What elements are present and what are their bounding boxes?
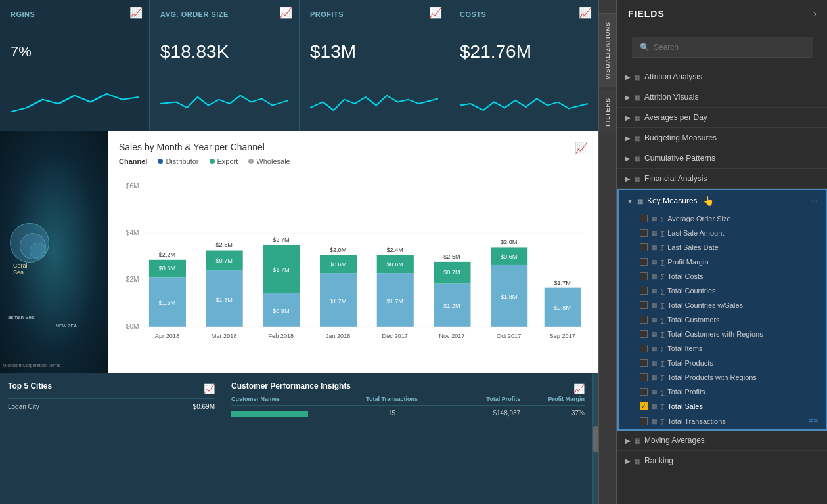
field-item-last-sales-date[interactable]: ▦ ∑ Last Sales Date <box>619 240 826 255</box>
checkbox-total-transactions[interactable] <box>640 417 648 425</box>
table-icon-6: ▦ <box>635 175 640 182</box>
field-item-total-transactions[interactable]: ▦ ∑ Total Transactions ≡≡ <box>619 413 826 429</box>
group-header-averages[interactable]: ▶ ▦ Averages per Day <box>617 108 827 127</box>
group-header-attrition-visuals[interactable]: ▶ ▦ Attrition Visuals <box>617 87 827 107</box>
table-icon-2: ▦ <box>635 94 640 101</box>
svg-text:$2.2M: $2.2M <box>159 251 176 258</box>
checkbox-total-customers-regions[interactable] <box>640 330 648 338</box>
table-icon: ▦ <box>635 74 640 81</box>
expand-arrow: ▶ <box>625 74 631 81</box>
field-item-total-costs[interactable]: ▦ ∑ Total Costs <box>619 269 826 284</box>
search-icon: 🔍 <box>640 43 650 52</box>
group-header-financial[interactable]: ▶ ▦ Financial Analysis <box>617 169 827 188</box>
field-item-total-sales[interactable]: ✓ ▦ ∑ Total Sales <box>619 399 826 413</box>
group-label-averages: Averages per Day <box>644 113 707 122</box>
kpi-value-avg-order: $18.83K <box>160 41 288 62</box>
checkbox-avg-order-size[interactable] <box>640 215 648 222</box>
visualizations-tab[interactable]: VISUALIZATIONS <box>599 13 616 87</box>
kpi-value-profits: $13M <box>310 41 438 62</box>
checkbox-total-products-regions[interactable] <box>640 373 648 381</box>
group-header-attrition-analysis[interactable]: ▶ ▦ Attrition Analysis <box>617 67 827 87</box>
checkbox-total-products[interactable] <box>640 359 648 367</box>
search-input[interactable] <box>654 43 805 52</box>
checkbox-total-profits[interactable] <box>640 388 648 396</box>
field-label-total-customers: Total Customers <box>667 316 719 324</box>
field-item-total-profits[interactable]: ▦ ∑ Total Profits <box>619 385 826 399</box>
svg-text:$2.4M: $2.4M <box>386 247 403 253</box>
table-icon-4: ▦ <box>635 135 640 142</box>
sidebar-collapse-button[interactable]: › <box>813 8 816 20</box>
svg-text:$0.9M: $0.9M <box>273 308 290 314</box>
checkbox-profit-margin[interactable] <box>640 258 648 266</box>
legend-distributor: Distributor <box>158 158 198 165</box>
group-label-financial: Financial Analysis <box>644 174 707 183</box>
customer-perf-icon: 📈 <box>573 383 585 394</box>
map-label-coral: CoralSea <box>13 262 28 276</box>
field-item-total-products-regions[interactable]: ▦ ∑ Total Products with Regions <box>619 370 826 385</box>
field-label-total-customers-regions: Total Customers with Regions <box>667 330 763 338</box>
field-item-total-countries[interactable]: ▦ ∑ Total Countries <box>619 284 826 298</box>
chart-icon-profits: 📈 <box>429 7 442 19</box>
checkbox-total-countries-wsales[interactable] <box>640 301 648 309</box>
checkbox-last-sale-amount[interactable] <box>640 229 648 237</box>
group-label-cumulative: Cumulative Patterns <box>644 154 715 163</box>
field-item-profit-margin[interactable]: ▦ ∑ Profit Margin <box>619 255 826 269</box>
customer-table-header: Customer Names Total Transactions Total … <box>231 396 585 406</box>
chart-expand-icon[interactable]: 📈 <box>575 142 588 154</box>
svg-text:$0.6M: $0.6M <box>330 261 347 268</box>
sparkline-margins <box>11 87 139 120</box>
svg-text:$2.0M: $2.0M <box>330 247 347 253</box>
checkbox-total-customers[interactable] <box>640 316 648 324</box>
field-item-last-sale-amount[interactable]: ▦ ∑ Last Sale Amount <box>619 226 826 240</box>
field-label-total-items: Total Items <box>667 345 702 352</box>
search-box[interactable]: 🔍 <box>632 37 813 58</box>
legend-export: Export <box>210 158 238 165</box>
table-icon-ma: ▦ <box>635 437 640 444</box>
kpi-card-avg-order: AVG. ORDER SIZE $18.83K 📈 <box>150 0 300 131</box>
checkbox-total-sales[interactable]: ✓ <box>640 402 648 410</box>
group-financial: ▶ ▦ Financial Analysis <box>617 169 827 189</box>
group-header-ranking[interactable]: ▶ ▦ Ranking <box>617 451 827 471</box>
field-item-total-customers-regions[interactable]: ▦ ∑ Total Customers with Regions <box>619 327 826 341</box>
legend-wholesale: Wholesale <box>248 158 290 165</box>
chart-title: Sales by Month & Year per Channel <box>119 142 265 152</box>
field-item-avg-order-size[interactable]: ▦ ∑ Average Order Size <box>619 211 826 226</box>
group-header-key-measures[interactable]: ▼ ▦ Key Measures 👆 ··· <box>619 190 826 211</box>
field-item-total-countries-wsales[interactable]: ▦ ∑ Total Countries w/Sales <box>619 298 826 312</box>
checkbox-total-countries[interactable] <box>640 287 648 295</box>
svg-text:Mar 2018: Mar 2018 <box>212 333 237 339</box>
field-item-total-products[interactable]: ▦ ∑ Total Products <box>619 356 826 370</box>
svg-text:$4M: $4M <box>126 229 139 236</box>
svg-text:$0.8M: $0.8M <box>554 304 571 311</box>
group-header-cumulative[interactable]: ▶ ▦ Cumulative Patterns <box>617 148 827 168</box>
key-measures-options[interactable]: ··· <box>811 196 818 205</box>
svg-text:$1.6M: $1.6M <box>159 299 176 306</box>
checkbox-total-items[interactable] <box>640 345 648 352</box>
checkbox-last-sales-date[interactable] <box>640 243 648 251</box>
svg-text:Apr 2018: Apr 2018 <box>155 333 179 339</box>
chart-legend: Channel Distributor Export Wholesale <box>119 158 588 165</box>
fields-sidebar: FIELDS › 🔍 ▶ ▦ Attrition Analysis ▶ ▦ At… <box>617 0 827 504</box>
svg-text:$0.7M: $0.7M <box>443 269 460 276</box>
expand-arrow-2: ▶ <box>625 94 631 101</box>
group-budgeting: ▶ ▦ Budgeting Measures <box>617 128 827 148</box>
field-item-total-items[interactable]: ▦ ∑ Total Items <box>619 341 826 356</box>
kpi-label-costs: COSTS <box>460 10 588 18</box>
checkbox-total-costs[interactable] <box>640 272 648 280</box>
drag-icon: ≡≡ <box>809 417 818 426</box>
field-item-total-customers[interactable]: ▦ ∑ Total Customers <box>619 312 826 327</box>
group-header-moving-averages[interactable]: ▶ ▦ Moving Averages <box>617 430 827 450</box>
group-header-budgeting[interactable]: ▶ ▦ Budgeting Measures <box>617 128 827 148</box>
cities-table-header <box>8 396 215 399</box>
expand-arrow-3: ▶ <box>625 114 631 121</box>
cursor-icon: 👆 <box>703 196 714 206</box>
kpi-card-costs: COSTS $21.76M 📈 <box>449 0 598 131</box>
vertical-tabs-panel: VISUALIZATIONS FILTERS <box>598 0 617 504</box>
kpi-row: RGINS 7% 📈 AVG. ORDER SIZE $18.83K 📈 PRO… <box>0 0 598 131</box>
filters-tab[interactable]: FILTERS <box>599 90 616 135</box>
sidebar-title: FIELDS <box>628 9 665 19</box>
kpi-card-profits: PROFITS $13M 📈 <box>300 0 449 131</box>
group-ranking: ▶ ▦ Ranking <box>617 451 827 471</box>
table-icon-rank: ▦ <box>635 457 640 465</box>
svg-text:Oct 2017: Oct 2017 <box>497 333 521 339</box>
